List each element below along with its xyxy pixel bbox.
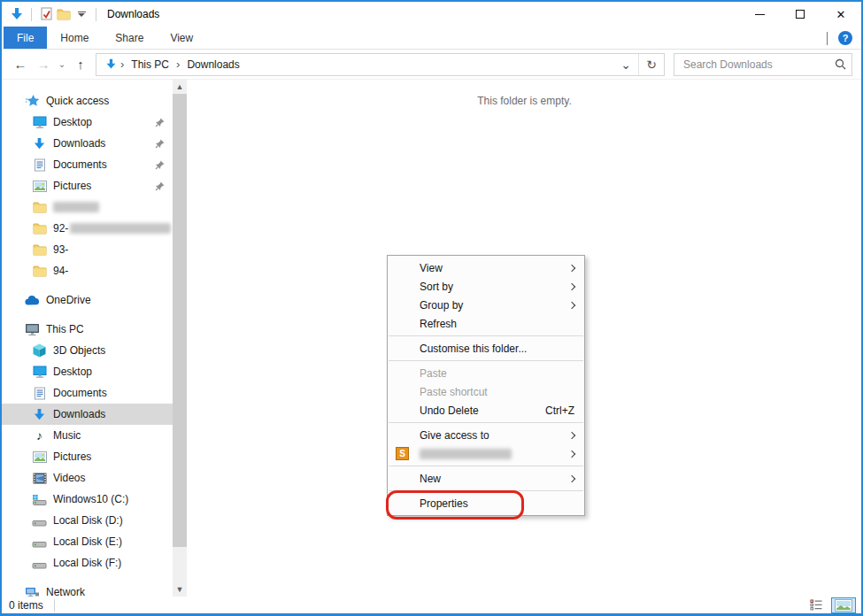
recent-locations-icon[interactable]: ⌄	[55, 53, 69, 76]
menu-item-label: Refresh	[420, 318, 457, 330]
sidebar-item-desktop[interactable]: Desktop	[2, 361, 173, 382]
sidebar-item-label: Music	[53, 429, 81, 442]
menu-item-sort-by[interactable]: Sort by	[388, 277, 584, 296]
sidebar-item-downloads-qa[interactable]: Downloads	[2, 133, 173, 154]
sidebar-item-folder-94[interactable]: 94-	[2, 260, 173, 281]
menu-item-undo-delete[interactable]: Undo Delete Ctrl+Z	[388, 401, 584, 420]
details-view-button[interactable]	[806, 597, 827, 612]
breadcrumb-downloads[interactable]: Downloads	[181, 58, 245, 71]
window-controls: ✕	[739, 2, 861, 27]
address-bar[interactable]: › This PC › Downloads ⌄ ↻	[96, 53, 665, 76]
back-button[interactable]: ←	[9, 53, 32, 76]
redacted-label	[53, 202, 99, 212]
sidebar-item-windows-c[interactable]: Windows10 (C:)	[2, 489, 173, 510]
menu-item-label: Paste	[420, 367, 447, 380]
sidebar-item-folder-92[interactable]: 92-	[2, 218, 173, 239]
separator	[638, 54, 639, 75]
maximize-button[interactable]	[780, 2, 821, 27]
close-button[interactable]: ✕	[821, 2, 861, 27]
sidebar-scrollbar[interactable]: ▲ ▼	[173, 80, 187, 597]
sidebar-item-desktop-qa[interactable]: Desktop	[2, 112, 173, 133]
minimize-ribbon-icon[interactable]	[827, 32, 828, 44]
sidebar-item-disk-d[interactable]: Local Disk (D:)	[2, 510, 173, 531]
menu-separator	[389, 422, 583, 423]
sidebar-item-onedrive[interactable]: OneDrive	[2, 289, 173, 311]
computer-icon	[25, 322, 40, 336]
context-menu: View Sort by Group by Refresh Customise …	[387, 255, 585, 516]
folder-icon	[32, 243, 47, 257]
sidebar-item-pictures-qa[interactable]: Pictures	[2, 175, 173, 196]
sidebar-item-label: This PC	[46, 323, 84, 335]
breadcrumb-this-pc[interactable]: This PC	[125, 58, 175, 71]
sidebar-item-network[interactable]: Network	[2, 581, 173, 597]
tab-share[interactable]: Share	[102, 27, 157, 49]
sidebar-item-documents[interactable]: Documents	[2, 382, 173, 404]
sidebar-item-videos[interactable]: Videos	[2, 467, 173, 489]
tab-file[interactable]: File	[4, 27, 47, 49]
picture-icon	[32, 450, 47, 464]
sidebar-item-quick-access[interactable]: Quick access	[2, 90, 173, 112]
drive-icon	[32, 535, 47, 549]
explorer-window: Downloads ✕ File Home Share View ? ← → ⌄…	[0, 0, 863, 616]
menu-item-new[interactable]: New	[388, 469, 584, 488]
menu-item-properties[interactable]: Properties	[388, 494, 584, 512]
menu-item-group-by[interactable]: Group by	[388, 296, 584, 314]
search-input[interactable]	[682, 58, 835, 72]
scroll-up-icon[interactable]: ▲	[173, 80, 187, 94]
menu-separator	[389, 360, 583, 361]
sidebar-item-pictures[interactable]: Pictures	[2, 446, 173, 467]
tab-home[interactable]: Home	[47, 27, 102, 49]
desktop-icon	[32, 115, 47, 129]
drive-icon	[32, 556, 47, 570]
tab-view[interactable]: View	[157, 27, 206, 49]
qat-properties-icon[interactable]	[37, 5, 55, 23]
menu-item-customise-folder[interactable]: Customise this folder...	[388, 339, 584, 358]
submenu-chevron-icon	[568, 431, 575, 438]
menu-shortcut: Ctrl+Z	[545, 404, 577, 417]
sidebar-item-downloads[interactable]: Downloads	[2, 404, 173, 425]
star-icon	[25, 94, 40, 108]
menu-item-paste-shortcut[interactable]: Paste shortcut	[388, 382, 584, 401]
forward-button[interactable]: →	[32, 53, 55, 76]
menu-item-view[interactable]: View	[388, 258, 584, 277]
menu-item-redacted[interactable]: S	[388, 444, 584, 463]
menu-item-label: Group by	[420, 299, 463, 312]
folder-icon	[32, 221, 47, 235]
submenu-chevron-icon	[568, 474, 575, 481]
cube-icon	[32, 343, 47, 358]
menu-separator	[389, 490, 583, 491]
sidebar-item-3d-objects[interactable]: 3D Objects	[2, 340, 173, 361]
thumbnail-view-button[interactable]	[831, 597, 856, 613]
address-dropdown-icon[interactable]: ⌄	[615, 54, 636, 75]
refresh-icon[interactable]: ↻	[641, 54, 662, 75]
menu-item-give-access-to[interactable]: Give access to	[388, 426, 584, 444]
sidebar-item-this-pc[interactable]: This PC	[2, 319, 173, 340]
status-bar: 0 items	[2, 597, 861, 613]
windows-drive-icon	[32, 492, 47, 506]
sidebar-item-label: Documents	[53, 158, 107, 171]
sidebar-item-folder-93[interactable]: 93-	[2, 239, 173, 260]
sidebar-item-disk-e[interactable]: Local Disk (E:)	[2, 531, 173, 552]
qat-new-folder-icon[interactable]	[55, 5, 73, 23]
scroll-down-icon[interactable]: ▼	[173, 582, 187, 597]
pin-icon	[155, 139, 165, 149]
menu-item-paste[interactable]: Paste	[388, 364, 584, 382]
scrollbar-thumb[interactable]	[173, 94, 187, 547]
qat-customize-dropdown-icon[interactable]	[73, 5, 90, 23]
sidebar-item-label: Quick access	[46, 95, 109, 107]
up-button[interactable]: ↑	[69, 53, 92, 76]
minimize-button[interactable]	[739, 2, 780, 27]
sidebar-item-folder-redacted[interactable]	[2, 196, 173, 218]
window-title: Downloads	[107, 8, 159, 20]
sidebar-item-label: Downloads	[53, 137, 105, 150]
menu-item-label: Give access to	[420, 429, 489, 442]
menu-item-label: View	[420, 262, 443, 274]
menu-item-refresh[interactable]: Refresh	[388, 314, 584, 333]
help-icon[interactable]: ?	[838, 31, 852, 45]
sidebar-item-disk-f[interactable]: Local Disk (F:)	[2, 552, 173, 574]
sidebar-item-music[interactable]: ♪ Music	[2, 425, 173, 446]
sidebar-item-label: Network	[46, 586, 85, 597]
sidebar-item-documents-qa[interactable]: Documents	[2, 154, 173, 175]
search-icon[interactable]	[835, 58, 846, 70]
download-arrow-icon	[32, 407, 47, 421]
